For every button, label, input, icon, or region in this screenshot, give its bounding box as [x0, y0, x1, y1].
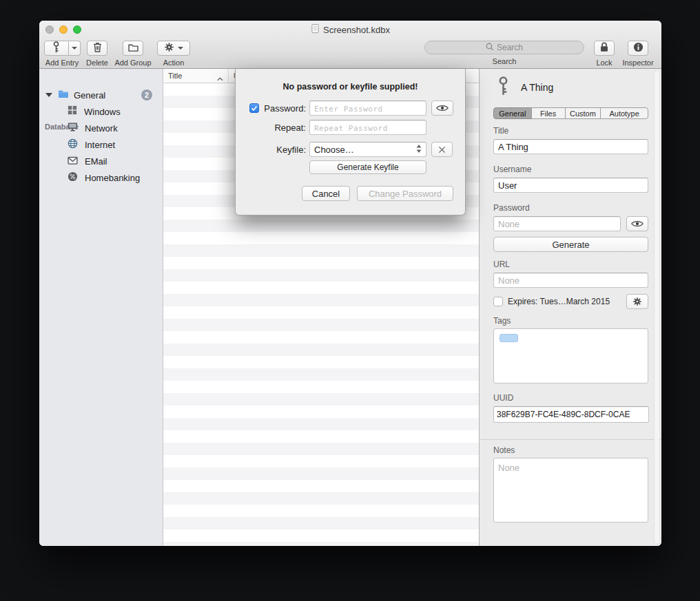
add-entry-label: Add Entry — [45, 59, 79, 67]
action-button[interactable]: Action — [153, 41, 194, 67]
uuid-input[interactable] — [493, 406, 649, 423]
tags-label: Tags — [493, 316, 511, 326]
keyfile-popup[interactable]: Choose… — [309, 142, 426, 157]
internet-icon — [68, 138, 78, 151]
desktop-background: Screenshot.kdbx Add Entry — [0, 0, 700, 601]
sidebar-item-internet[interactable]: Internet — [39, 137, 163, 152]
column-label: Title — [168, 72, 182, 80]
sidebar-item-email[interactable]: EMail — [39, 154, 163, 169]
expires-label: Expires: Tues…March 2015 — [508, 297, 610, 306]
url-label: URL — [493, 260, 510, 269]
network-icon — [68, 122, 78, 134]
notes-label: Notes — [493, 445, 515, 455]
notes-field[interactable]: None — [493, 458, 648, 523]
clear-keyfile-button[interactable] — [431, 142, 453, 157]
inspector-panel: A Thing General Files Custom Autotype Ti… — [479, 69, 661, 546]
search-area: Search Search — [424, 41, 584, 65]
sidebar-item-label: Network — [85, 123, 118, 134]
sidebar-item-general[interactable]: General 2 — [39, 87, 163, 103]
search-label: Search — [493, 57, 517, 65]
titlebar[interactable]: Screenshot.kdbx — [39, 21, 661, 39]
keyfile-label: Keyfile: — [260, 145, 306, 155]
window-title: Screenshot.kdbx — [323, 25, 390, 35]
key-icon — [497, 76, 509, 98]
tab-autotype[interactable]: Autotype — [600, 107, 648, 119]
window-header: Screenshot.kdbx Add Entry — [39, 21, 661, 69]
tag-chip[interactable] — [500, 334, 518, 342]
sidebar-item-label: General — [74, 90, 105, 101]
sidebar-item-homebanking[interactable]: Homebanking — [39, 170, 163, 185]
password-label: Password: — [260, 103, 306, 114]
lock-icon — [600, 41, 608, 55]
sidebar-item-label: Internet — [85, 140, 115, 150]
tab-custom[interactable]: Custom — [565, 107, 601, 119]
tab-files[interactable]: Files — [531, 107, 566, 119]
sort-ascending-icon — [217, 74, 223, 83]
eye-icon — [436, 105, 449, 112]
username-input[interactable] — [493, 178, 648, 193]
sidebar-item-windows[interactable]: Windows — [39, 104, 163, 119]
reveal-password-button[interactable] — [626, 216, 648, 231]
close-x-icon — [438, 146, 446, 154]
homebanking-icon — [68, 171, 78, 184]
check-icon — [251, 105, 258, 112]
generate-keyfile-button[interactable]: Generate Keyfile — [309, 160, 426, 174]
inspector-button[interactable]: Inspector — [617, 41, 659, 67]
folder-plus-icon — [128, 42, 138, 54]
url-input[interactable] — [493, 273, 648, 288]
repeat-password-input[interactable] — [309, 120, 426, 135]
inspector-scrollbar[interactable] — [654, 70, 660, 545]
keyfile-value: Choose… — [314, 145, 354, 155]
email-icon — [68, 155, 78, 167]
expires-settings-button[interactable] — [626, 294, 648, 309]
divider — [480, 439, 661, 440]
document-icon — [311, 23, 320, 36]
delete-label: Delete — [86, 59, 108, 67]
cancel-button[interactable]: Cancel — [302, 186, 350, 201]
sidebar-item-network[interactable]: Network — [39, 120, 163, 136]
add-group-label: Add Group — [114, 59, 151, 67]
zoom-button[interactable] — [73, 25, 81, 34]
expires-checkbox[interactable] — [493, 297, 503, 306]
title-input[interactable] — [493, 139, 648, 154]
entry-title: A Thing — [521, 82, 553, 93]
sheet-message: No password or keyfile supplied! — [236, 82, 465, 92]
search-placeholder: Search — [497, 43, 523, 52]
entry-count-badge: 2 — [141, 89, 152, 101]
popup-stepper-icon — [416, 145, 422, 155]
password-input[interactable] — [309, 101, 426, 116]
sidebar-item-label: Windows — [84, 107, 121, 117]
app-window: Screenshot.kdbx Add Entry — [39, 21, 661, 546]
uuid-label: UUID — [493, 393, 513, 403]
tab-general[interactable]: General — [493, 107, 532, 119]
key-icon — [52, 41, 60, 56]
password-label: Password — [493, 203, 530, 213]
info-icon — [633, 42, 644, 55]
search-icon — [486, 43, 494, 53]
search-input[interactable]: Search — [424, 41, 584, 54]
generate-password-button[interactable]: Generate — [493, 237, 648, 252]
column-header-title[interactable]: Title — [163, 69, 229, 83]
change-password-sheet: No password or keyfile supplied! Passwor… — [235, 69, 466, 215]
trash-icon — [93, 42, 102, 55]
gear-icon — [632, 297, 642, 306]
sidebar: Database General 2 Windows Network — [39, 69, 163, 546]
chevron-down-icon — [178, 47, 183, 50]
change-password-button: Change Password — [357, 186, 453, 201]
username-label: Username — [493, 165, 531, 174]
tags-field[interactable] — [493, 328, 648, 383]
notes-placeholder: None — [498, 463, 519, 473]
disclosure-triangle-icon[interactable] — [45, 93, 52, 97]
inspector-label: Inspector — [622, 59, 653, 67]
minimize-button[interactable] — [59, 25, 68, 34]
traffic-lights — [45, 25, 81, 34]
sidebar-item-label: Homebanking — [85, 173, 140, 183]
delete-button[interactable]: Delete — [76, 41, 118, 67]
reveal-password-button[interactable] — [431, 101, 453, 116]
lock-label: Lock — [596, 59, 612, 67]
add-group-button[interactable]: Add Group — [112, 41, 154, 67]
password-checkbox[interactable] — [249, 103, 259, 113]
repeat-label: Repeat: — [260, 123, 306, 133]
password-input[interactable] — [493, 216, 621, 231]
windows-icon — [68, 105, 77, 118]
